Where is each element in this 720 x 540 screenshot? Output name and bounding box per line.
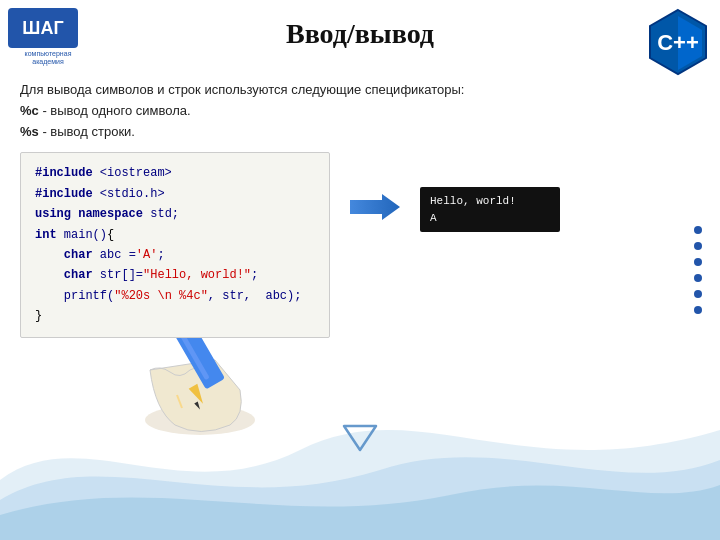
logo-subtitle: компьютерная академия (8, 50, 88, 67)
code-block: #include <iostream> #include <stdio.h> u… (20, 152, 330, 337)
nav-dot-6[interactable] (694, 306, 702, 314)
nav-dot-5[interactable] (694, 290, 702, 298)
page-title: Ввод/вывод (0, 18, 720, 50)
code-container: #include <iostream> #include <stdio.h> u… (20, 152, 700, 337)
desc-line3-rest: - вывод строки. (39, 124, 135, 139)
code-line-8: } (35, 306, 315, 326)
code-line-6: char str[]="Hello, world!"; (35, 265, 315, 285)
code-line-2: #include <stdio.h> (35, 184, 315, 204)
code-line-1: #include <iostream> (35, 163, 315, 183)
terminal-output: Hello, world! A (420, 187, 560, 232)
nav-dots (694, 226, 702, 314)
nav-dot-2[interactable] (694, 242, 702, 250)
code-line-5: char abc ='A'; (35, 245, 315, 265)
nav-triangle[interactable] (340, 420, 380, 460)
nav-down-icon (340, 420, 380, 456)
svg-marker-11 (344, 426, 376, 450)
nav-dot-4[interactable] (694, 274, 702, 282)
code-line-3: using namespace std; (35, 204, 315, 224)
terminal-line-1: Hello, world! (430, 193, 550, 210)
desc-line1: Для вывода символов и строк используются… (20, 82, 464, 97)
arrow-container (350, 192, 400, 222)
desc-percent-s: %s (20, 124, 39, 139)
description: Для вывода символов и строк используются… (20, 80, 700, 142)
terminal-line-2: A (430, 210, 550, 227)
nav-dot-1[interactable] (694, 226, 702, 234)
code-line-7: printf("%20s \n %4c", str, abc); (35, 286, 315, 306)
arrow-icon (350, 192, 400, 222)
desc-line2-rest: - вывод одного символа. (39, 103, 191, 118)
nav-dot-3[interactable] (694, 258, 702, 266)
svg-marker-3 (350, 194, 400, 220)
desc-percent-c: %c (20, 103, 39, 118)
code-line-4: int main(){ (35, 225, 315, 245)
content-area: Для вывода символов и строк используются… (20, 80, 700, 338)
